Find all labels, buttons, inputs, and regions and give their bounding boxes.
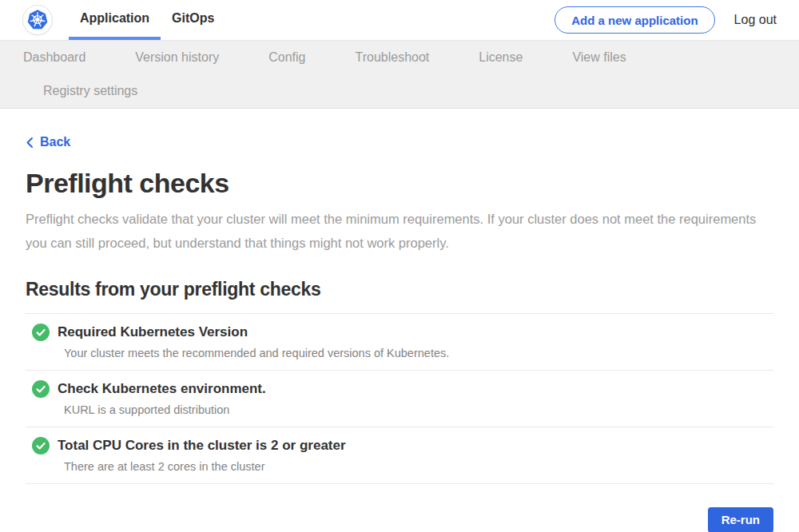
subnav-item-view-files[interactable]: View files xyxy=(572,41,626,74)
logout-link[interactable]: Log out xyxy=(734,13,777,27)
check-header: Check Kubernetes environment. xyxy=(32,380,773,398)
preflight-results-list: Required Kubernetes Version Your cluster… xyxy=(26,313,773,484)
kubernetes-logo[interactable] xyxy=(22,5,53,35)
add-application-button[interactable]: Add a new application xyxy=(555,6,714,34)
tab-application[interactable]: Application xyxy=(69,0,161,40)
preflight-check-row: Required Kubernetes Version Your cluster… xyxy=(26,313,773,370)
page-description: Preflight checks validate that your clus… xyxy=(26,207,773,255)
check-detail: Your cluster meets the recommended and r… xyxy=(64,345,773,361)
check-title: Total CPU Cores in the cluster is 2 or g… xyxy=(58,437,346,455)
subnav-item-dashboard[interactable]: Dashboard xyxy=(23,41,85,74)
subnav-item-registry-settings[interactable]: Registry settings xyxy=(43,74,137,108)
top-navbar: Application GitOps Add a new application… xyxy=(0,0,799,41)
subnav-item-license[interactable]: License xyxy=(479,41,523,74)
preflight-check-row: Check Kubernetes environment. KURL is a … xyxy=(26,370,773,427)
check-success-icon xyxy=(32,324,50,341)
subnav-item-config[interactable]: Config xyxy=(268,41,305,74)
primary-tabs: Application GitOps xyxy=(69,0,225,40)
check-success-icon xyxy=(32,380,50,398)
check-header: Total CPU Cores in the cluster is 2 or g… xyxy=(32,437,773,455)
chevron-left-icon xyxy=(26,137,34,149)
back-link[interactable]: Back xyxy=(26,135,70,149)
footer-actions: Re-run xyxy=(26,507,773,532)
check-title: Required Kubernetes Version xyxy=(58,324,248,341)
preflight-page: Back Preflight checks Preflight checks v… xyxy=(0,109,799,532)
subnav-item-troubleshoot[interactable]: Troubleshoot xyxy=(355,41,429,74)
navbar-right: Add a new application Log out xyxy=(555,0,799,40)
app-subnav: Dashboard Version history Config Trouble… xyxy=(0,41,799,109)
check-title: Check Kubernetes environment. xyxy=(58,380,266,398)
subnav-item-version-history[interactable]: Version history xyxy=(135,41,219,74)
check-detail: There are at least 2 cores in the cluste… xyxy=(64,459,773,474)
rerun-button[interactable]: Re-run xyxy=(708,507,773,532)
check-detail: KURL is a supported distribution xyxy=(64,402,773,418)
tab-gitops-label: GitOps xyxy=(172,11,214,26)
page-title: Preflight checks xyxy=(26,168,773,199)
tab-application-label: Application xyxy=(80,11,149,26)
tab-gitops[interactable]: GitOps xyxy=(161,0,225,40)
results-title: Results from your preflight checks xyxy=(26,279,773,300)
preflight-check-row: Total CPU Cores in the cluster is 2 or g… xyxy=(26,427,773,483)
check-success-icon xyxy=(32,437,50,455)
check-header: Required Kubernetes Version xyxy=(32,324,773,341)
kubernetes-helm-icon xyxy=(26,8,50,32)
back-label: Back xyxy=(40,135,70,149)
